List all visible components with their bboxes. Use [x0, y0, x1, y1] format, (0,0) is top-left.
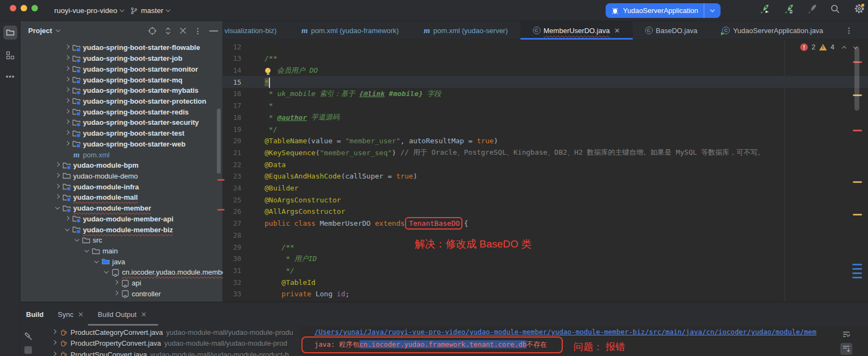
editor-tab[interactable]: mpom.xml (yudao-framework)	[289, 21, 412, 40]
code-line[interactable]: 16 * uk_mobile 索引：基于 {@link #mobile} 字段	[223, 88, 868, 100]
info-stripe-mark[interactable]	[852, 264, 862, 265]
hammer-icon[interactable]	[24, 332, 33, 341]
minimize-window-button[interactable]	[21, 5, 27, 11]
editor-tab[interactable]: mpom.xml (yudao-server)	[412, 21, 520, 40]
tree-item[interactable]: src	[21, 235, 222, 246]
code-line[interactable]: 20@TableName(value = "member_user", auto…	[223, 135, 868, 147]
editor-tab[interactable]: CYudaoServerApplication.java	[710, 21, 835, 40]
warning-stripe-mark[interactable]	[853, 214, 862, 215]
tree-item[interactable]: yudao-module-demo	[21, 171, 222, 182]
editor-tab[interactable]: visualization-biz)	[223, 21, 289, 40]
tab-sync[interactable]: Sync✕	[58, 310, 84, 319]
close-icon[interactable]: ✕	[141, 310, 147, 319]
editor-tab[interactable]: CBaseDO.java	[633, 21, 710, 40]
tree-item[interactable]: yudao-spring-boot-starter-redis	[21, 106, 222, 117]
run-config-dropdown[interactable]	[704, 3, 721, 18]
expand-collapse-icon[interactable]	[164, 27, 172, 35]
collapse-all-icon[interactable]	[179, 27, 187, 34]
stop-icon[interactable]	[24, 346, 32, 354]
structure-tool-button[interactable]	[3, 48, 17, 62]
build-output-row[interactable]: ProductCategoryConvert.javayudao-module-…	[37, 327, 300, 338]
project-scrollbar[interactable]	[217, 109, 221, 174]
error-stripe-mark[interactable]	[217, 209, 224, 211]
tree-item[interactable]: yudao-spring-boot-starter-web	[21, 138, 222, 149]
more-tool-windows-button[interactable]: •••	[3, 69, 17, 83]
code-line[interactable]: 31 */	[223, 265, 868, 277]
code-line[interactable]: 24@Builder	[223, 182, 868, 194]
code-line[interactable]: 25@NoArgsConstructor	[223, 194, 868, 206]
prev-problem-button[interactable]	[842, 46, 846, 50]
code-line[interactable]: 18 * @author 芋道源码	[223, 112, 868, 124]
tree-item[interactable]: yudao-module-mall	[21, 192, 222, 203]
error-stripe-mark[interactable]	[217, 179, 224, 181]
tree-item[interactable]: yudao-spring-boot-starter-flowable	[21, 42, 222, 53]
tab-build-output[interactable]: Build Output✕	[98, 310, 146, 319]
profile-button[interactable]	[806, 3, 818, 15]
project-selector[interactable]: ruoyi-vue-pro-video	[54, 0, 124, 21]
hide-panel-icon[interactable]: —	[209, 26, 218, 36]
close-icon[interactable]: ✕	[78, 310, 83, 319]
options-kebab-icon[interactable]: ⋮	[194, 27, 202, 35]
tree-item[interactable]: yudao-spring-boot-starter-mq	[21, 74, 222, 85]
debug-button[interactable]	[783, 3, 795, 15]
inspections-widget[interactable]: ! 2 4	[800, 43, 857, 51]
code-line[interactable]: 29 /**	[223, 241, 868, 253]
code-line[interactable]: 17 *	[223, 100, 868, 112]
info-stripe-mark[interactable]	[852, 268, 862, 270]
tree-item[interactable]: mpom.xml	[21, 149, 222, 160]
code-line[interactable]: 30 * 用户ID	[223, 253, 868, 265]
close-window-button[interactable]	[10, 5, 16, 11]
editor-scrollbar[interactable]	[854, 47, 859, 111]
branch-selector[interactable]: master	[130, 0, 170, 21]
code-line[interactable]: 33 private Long id;	[223, 288, 868, 300]
tree-item[interactable]: yudao-module-member-api	[21, 214, 222, 225]
code-editor[interactable]: 1213/**14 会员用户 DO15*16 * uk_mobile 索引：基于…	[223, 40, 868, 302]
tree-item[interactable]: yudao-spring-boot-starter-mybatis	[21, 85, 222, 96]
warning-stripe-mark[interactable]	[853, 181, 862, 183]
tree-item[interactable]: yudao-spring-boot-starter-monitor	[21, 63, 222, 74]
code-line[interactable]: 26@AllArgsConstructor	[223, 206, 868, 218]
tree-item[interactable]: yudao-spring-boot-starter-test	[21, 128, 222, 139]
code-line[interactable]: 23@EqualsAndHashCode(callSuper = true)	[223, 170, 868, 182]
code-line[interactable]: 12	[223, 41, 868, 53]
tree-item[interactable]: api	[21, 278, 222, 289]
code-line[interactable]: 14 会员用户 DO	[223, 65, 868, 77]
tab-options-kebab-icon[interactable]: ⋮	[845, 26, 853, 35]
project-tool-button[interactable]	[3, 26, 17, 40]
tree-item[interactable]: yudao-module-bpm	[21, 160, 222, 171]
locate-file-icon[interactable]	[148, 27, 157, 35]
code-line[interactable]: 27public class MemberUserDO extends Tena…	[223, 218, 868, 230]
code-line[interactable]: 22@Data	[223, 158, 868, 170]
error-stripe-mark[interactable]	[853, 130, 862, 131]
code-line[interactable]: 15*	[223, 76, 868, 88]
search-everywhere-button[interactable]	[829, 3, 841, 15]
build-output-row[interactable]: ProductPropertyConvert.javayudao-module-…	[37, 338, 300, 349]
tree-item[interactable]: yudao-module-member-biz	[21, 224, 222, 235]
tree-item[interactable]: yudao-spring-boot-starter-protection	[21, 96, 222, 107]
tree-item[interactable]: cn.iocoder.yudao.module.member	[21, 267, 222, 278]
close-tab-icon[interactable]: ✕	[614, 27, 620, 35]
settings-button[interactable]	[853, 3, 865, 15]
project-panel-header[interactable]: Project ⋮ —	[21, 21, 222, 40]
run-configuration-widget[interactable]: YudaoServerApplication	[606, 3, 721, 18]
code-line[interactable]: 21@KeySequence("member_user_seq") // 用于 …	[223, 147, 868, 159]
maximize-window-button[interactable]	[31, 5, 38, 11]
info-stripe-mark[interactable]	[852, 277, 862, 278]
editor-tab[interactable]: CMemberUserDO.java✕	[520, 21, 633, 40]
tree-item[interactable]: yudao-module-member	[21, 203, 222, 214]
tree-item[interactable]: controller	[21, 289, 222, 300]
tree-item[interactable]: java	[21, 256, 222, 267]
tree-item[interactable]: yudao-module-infra	[21, 181, 222, 192]
tree-item[interactable]: main	[21, 246, 222, 257]
tree-item[interactable]: yudao-spring-boot-starter-job	[21, 53, 222, 64]
code-line[interactable]: 13/**	[223, 53, 868, 65]
run-button[interactable]	[758, 3, 770, 15]
code-line[interactable]: 19 */	[223, 123, 868, 135]
soft-wrap-icon[interactable]	[840, 328, 852, 340]
intention-bulb-icon[interactable]	[265, 68, 271, 73]
scroll-to-end-icon[interactable]	[840, 343, 852, 355]
build-output-row[interactable]: ProductSpuConvert.javayudao-module-mall/…	[37, 349, 300, 356]
tree-item[interactable]: yudao-spring-boot-starter-security	[21, 117, 222, 128]
code-line[interactable]: 32 @TableId	[223, 276, 868, 288]
file-path-link[interactable]: /Users/yunai/Java/ruoyi-vue-pro-video/yu…	[314, 328, 824, 336]
